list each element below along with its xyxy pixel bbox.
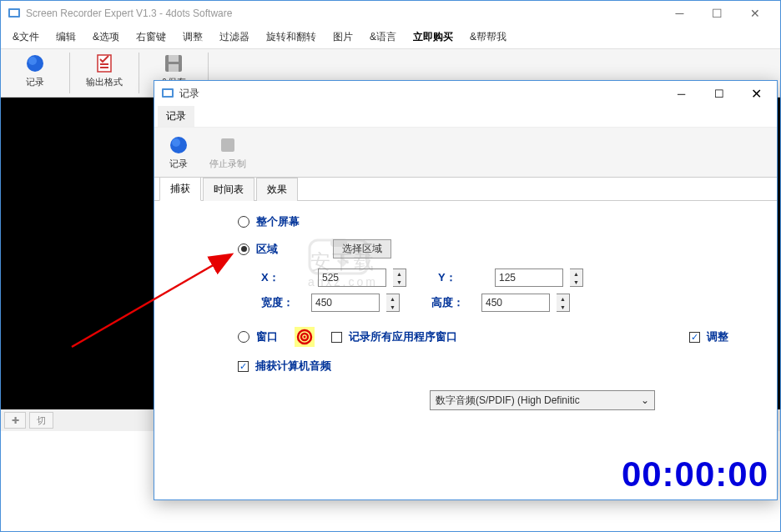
- label-fullscreen: 整个屏幕: [256, 214, 300, 229]
- dialog-stop-button[interactable]: 停止录制: [209, 134, 246, 170]
- timer-display: 00:00:00: [622, 454, 768, 494]
- app-icon: [8, 7, 21, 20]
- svg-rect-1: [10, 10, 18, 16]
- main-title: Screen Recorder Expert V1.3 - 4dots Soft…: [26, 8, 661, 19]
- label-window: 窗口: [256, 329, 278, 344]
- label-all-windows: 记录所有应用程序窗口: [349, 329, 457, 344]
- toolbar-output-button[interactable]: 输出格式: [83, 53, 125, 88]
- svg-point-3: [28, 57, 37, 65]
- main-menubar: &文件 编辑 &选项 右窗键 调整 过滤器 旋转和翻转 图片 &语言 立即购买 …: [1, 26, 780, 49]
- dialog-body: 整个屏幕 区域 选择区域 X： 525 ▲▼ Y： 125 ▲▼ 宽度： 450…: [154, 201, 777, 499]
- dialog-maximize-button[interactable]: ☐: [700, 82, 738, 105]
- checkbox-capture-audio[interactable]: [238, 361, 249, 372]
- svg-point-20: [304, 336, 306, 339]
- dialog-titlebar: 记录 ─ ☐ ✕: [154, 81, 777, 106]
- target-picker-icon[interactable]: [295, 327, 315, 347]
- output-format-icon: [93, 53, 115, 74]
- maximize-button[interactable]: ☐: [698, 2, 736, 25]
- dialog-menu-record[interactable]: 记录: [158, 106, 194, 127]
- main-titlebar: Screen Recorder Expert V1.3 - 4dots Soft…: [1, 1, 780, 26]
- spinner-width[interactable]: ▲▼: [386, 294, 400, 312]
- dialog-title: 记录: [179, 87, 663, 101]
- tab-schedule[interactable]: 时间表: [203, 178, 254, 201]
- svg-rect-6: [100, 67, 108, 68]
- svg-rect-5: [100, 63, 108, 65]
- menu-edit[interactable]: 编辑: [48, 27, 84, 48]
- label-width: 宽度：: [261, 295, 305, 310]
- svg-rect-17: [221, 138, 234, 152]
- menu-adjust[interactable]: 调整: [174, 27, 211, 48]
- audio-device-dropdown[interactable]: 数字音频(S/PDIF) (High Definitic ⌄: [430, 390, 655, 410]
- chevron-down-icon: ⌄: [641, 394, 649, 406]
- toolbar-record-label: 记录: [26, 76, 44, 88]
- dialog-icon: [161, 87, 174, 100]
- dialog-menubar: 记录: [154, 106, 777, 128]
- record-icon: [168, 134, 189, 156]
- menu-right[interactable]: 右窗键: [128, 27, 174, 48]
- spinner-height[interactable]: ▲▼: [557, 294, 570, 312]
- tab-effects[interactable]: 效果: [256, 178, 298, 201]
- record-icon: [24, 53, 46, 74]
- menu-file[interactable]: &文件: [4, 27, 48, 48]
- svg-point-16: [172, 138, 180, 147]
- radio-region[interactable]: [238, 243, 249, 255]
- dialog-close-button[interactable]: ✕: [738, 82, 775, 105]
- menu-buy[interactable]: 立即购买: [405, 27, 461, 48]
- dialog-tabs: 捕获 时间表 效果: [154, 178, 777, 201]
- tab-capture[interactable]: 捕获: [159, 177, 201, 201]
- label-height: 高度：: [431, 295, 475, 310]
- label-capture-audio: 捕获计算机音频: [255, 359, 331, 374]
- input-y[interactable]: 125: [495, 269, 563, 287]
- toolbar-output-label: 输出格式: [86, 76, 123, 88]
- save-icon: [163, 53, 184, 74]
- menu-language[interactable]: &语言: [361, 27, 405, 48]
- radio-window[interactable]: [238, 331, 249, 343]
- select-region-button[interactable]: 选择区域: [333, 239, 391, 258]
- spinner-y[interactable]: ▲▼: [570, 269, 583, 287]
- minimize-button[interactable]: ─: [661, 2, 698, 25]
- checkbox-all-windows[interactable]: [331, 332, 342, 343]
- input-height[interactable]: 450: [481, 294, 550, 312]
- input-width[interactable]: 450: [311, 294, 380, 312]
- menu-rotate[interactable]: 旋转和翻转: [258, 27, 325, 48]
- dialog-minimize-button[interactable]: ─: [663, 82, 700, 105]
- cut-button[interactable]: 切: [29, 412, 53, 429]
- menu-filter[interactable]: 过滤器: [211, 27, 258, 48]
- menu-help[interactable]: &帮帮我: [461, 27, 515, 48]
- label-adjust: 调整: [707, 329, 728, 344]
- dialog-toolbar: 记录 停止录制: [154, 128, 777, 178]
- input-x[interactable]: 525: [318, 269, 386, 287]
- spinner-x[interactable]: ▲▼: [393, 269, 406, 287]
- menu-options[interactable]: &选项: [84, 27, 128, 48]
- record-dialog: 记录 ─ ☐ ✕ 记录 记录 停止录制 捕获 时间表 效果 整个屏幕 区域 选择…: [154, 80, 778, 500]
- svg-rect-9: [169, 64, 179, 72]
- toolbar-record-button[interactable]: 记录: [14, 53, 56, 88]
- svg-rect-14: [164, 90, 172, 96]
- add-button[interactable]: ✚: [4, 412, 26, 429]
- label-y: Y：: [438, 270, 471, 285]
- menu-image[interactable]: 图片: [325, 27, 361, 48]
- label-region: 区域: [256, 242, 278, 257]
- radio-fullscreen[interactable]: [238, 216, 249, 228]
- label-x: X：: [261, 270, 295, 285]
- close-button[interactable]: ✕: [736, 2, 773, 25]
- stop-icon: [217, 134, 239, 156]
- svg-rect-8: [169, 55, 179, 62]
- checkbox-adjust[interactable]: [689, 332, 700, 343]
- dialog-record-button[interactable]: 记录: [168, 134, 189, 170]
